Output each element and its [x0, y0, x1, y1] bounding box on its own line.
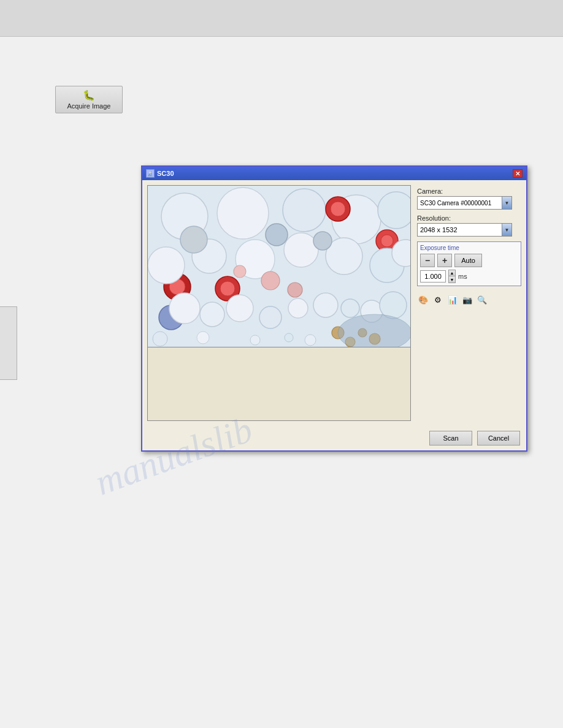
svg-point-27 [226, 295, 253, 322]
preview-area [147, 185, 411, 421]
exposure-value-row: 1.000 ▲ ▼ ms [420, 270, 518, 283]
microscope-preview [147, 185, 411, 347]
svg-point-39 [153, 332, 167, 346]
auto-button[interactable]: Auto [454, 254, 482, 267]
svg-point-21 [180, 226, 207, 253]
svg-point-22 [266, 224, 288, 246]
svg-point-23 [313, 232, 332, 250]
side-tab [0, 306, 17, 380]
exposure-plus-button[interactable]: + [437, 254, 452, 267]
acquire-icon: 🐛 [83, 89, 95, 101]
svg-point-46 [234, 265, 246, 278]
dialog-titlebar-left: 🔬 SC30 [146, 169, 174, 178]
camera-dropdown-arrow[interactable]: ▼ [502, 197, 511, 209]
svg-point-30 [313, 293, 338, 317]
histogram-icon[interactable]: 📊 [446, 294, 459, 306]
acquire-image-button[interactable]: 🐛 Acquire Image [55, 86, 123, 113]
cancel-button[interactable]: Cancel [477, 431, 520, 446]
exposure-value[interactable]: 1.000 [420, 270, 446, 282]
camera-group: Camera: SC30 Camera #00000001 ▼ [417, 188, 521, 210]
svg-point-40 [197, 332, 209, 344]
resolution-value: 2048 x 1532 [420, 226, 458, 233]
svg-point-44 [261, 271, 280, 290]
svg-point-26 [200, 302, 224, 327]
resolution-dropdown[interactable]: 2048 x 1532 ▼ [417, 223, 512, 237]
exposure-spinner[interactable]: ▲ ▼ [448, 270, 456, 283]
exposure-title: Exposure time [420, 245, 518, 251]
camera-dropdown[interactable]: SC30 Camera #00000001 ▼ [417, 196, 512, 210]
svg-point-45 [288, 282, 302, 297]
camera-value: SC30 Camera #00000001 [420, 200, 491, 207]
svg-point-2 [217, 188, 269, 239]
acquire-label: Acquire Image [67, 102, 111, 110]
svg-point-28 [259, 306, 282, 328]
dialog-close-button[interactable]: ✕ [513, 169, 523, 178]
svg-point-12 [381, 235, 393, 247]
spinner-down[interactable]: ▼ [449, 276, 455, 282]
svg-point-29 [288, 298, 308, 318]
svg-point-31 [341, 299, 359, 317]
dialog-body: Camera: SC30 Camera #00000001 ▼ Resoluti… [142, 180, 526, 426]
exposure-group: Exposure time − + Auto 1.000 [417, 241, 521, 286]
svg-point-13 [220, 281, 235, 296]
camera-label: Camera: [417, 188, 521, 195]
svg-point-43 [305, 335, 316, 346]
exposure-minus-button[interactable]: − [420, 254, 435, 267]
svg-point-5 [378, 192, 411, 229]
svg-point-10 [331, 202, 345, 216]
sc30-dialog: 🔬 SC30 ✕ [141, 165, 527, 452]
resolution-dropdown-arrow[interactable]: ▼ [502, 224, 511, 236]
resolution-label: Resolution: [417, 214, 521, 222]
camera-settings-icon[interactable]: 📷 [461, 294, 473, 306]
spinner-up[interactable]: ▲ [449, 270, 455, 276]
scan-button[interactable]: Scan [429, 431, 472, 446]
svg-point-17 [284, 233, 318, 267]
svg-point-3 [283, 189, 326, 232]
exposure-controls-row: − + Auto [420, 254, 518, 267]
controls-panel: Camera: SC30 Camera #00000001 ▼ Resoluti… [417, 185, 521, 421]
preview-bottom [147, 347, 411, 421]
dialog-titlebar: 🔬 SC30 ✕ [142, 167, 526, 180]
dialog-footer: Scan Cancel [142, 426, 526, 450]
icon-toolbar: 🎨 ⚙ 📊 📷 🔍 [417, 294, 521, 306]
svg-point-41 [250, 335, 260, 345]
dialog-title: SC30 [157, 170, 174, 177]
svg-point-14 [148, 247, 185, 284]
svg-point-38 [338, 314, 411, 347]
svg-point-25 [169, 293, 200, 324]
sliders-icon[interactable]: ⚙ [432, 294, 444, 306]
zoom-icon[interactable]: 🔍 [476, 294, 488, 306]
svg-point-42 [285, 333, 293, 342]
color-wheel-icon[interactable]: 🎨 [417, 294, 429, 306]
ms-label: ms [458, 273, 467, 280]
top-bar [0, 0, 563, 37]
resolution-group: Resolution: 2048 x 1532 ▼ [417, 214, 521, 237]
dialog-app-icon: 🔬 [146, 169, 155, 178]
